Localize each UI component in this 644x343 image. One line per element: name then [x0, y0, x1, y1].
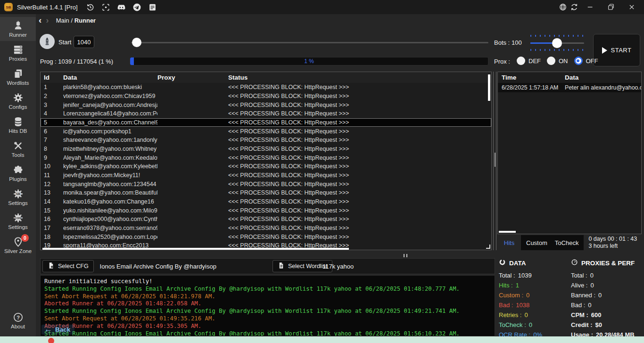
- cell-data: Aleyah_Marie@yahoo.com:Keedalov: [63, 155, 157, 161]
- start-label: Start :: [58, 39, 75, 46]
- sidebar-item-plugins[interactable]: Plugins: [0, 161, 36, 185]
- sidebar-item-wordlists[interactable]: Wordlists: [0, 65, 36, 89]
- gear-sb-icon: SB: [12, 188, 24, 199]
- nav-forward-icon[interactable]: ›: [46, 16, 49, 24]
- select-cfg-button[interactable]: Select CFG: [42, 260, 94, 272]
- radio-icon[interactable]: [574, 57, 583, 65]
- stat-value: 0: [590, 272, 594, 279]
- start-input[interactable]: [74, 36, 94, 48]
- table-row[interactable]: 7shareevance@yahoo.com:1andonly<<< PROCE…: [41, 136, 491, 145]
- prox-radio-on[interactable]: ON: [547, 57, 568, 65]
- sidebar-item-settings[interactable]: SBSettings: [0, 185, 36, 209]
- servers-icon: [12, 44, 24, 55]
- table-row[interactable]: 1plarkin58@yahoo.com:blueski<<< PROCESSI…: [41, 83, 491, 92]
- stat-label: Total :: [571, 272, 587, 279]
- back-button[interactable]: ← Back: [41, 325, 74, 335]
- sidebar-item-tools[interactable]: Tools: [0, 137, 36, 161]
- puzzle-icon: [12, 164, 24, 175]
- sidebar-item-configs[interactable]: Configs: [0, 89, 36, 113]
- table-row[interactable]: 8mizettwhitney@yahoo.com:Whitney<<< PROC…: [41, 145, 491, 154]
- radio-icon[interactable]: [547, 57, 555, 65]
- table-row[interactable]: 9Aleyah_Marie@yahoo.com:Keedalov<<< PROC…: [41, 153, 491, 162]
- slider-thumb[interactable]: [552, 38, 562, 48]
- start-position-slider[interactable]: [131, 42, 488, 43]
- cell-status: <<< PROCESSING BLOCK: HttpRequest >>>: [228, 181, 491, 188]
- sidebar-item-hits-db[interactable]: Hits DB: [0, 113, 36, 137]
- table-row[interactable]: 12tangsanglmb@yahoo.com:1234544<<< PROCE…: [41, 180, 491, 188]
- notes-icon[interactable]: [148, 2, 157, 12]
- history-icon[interactable]: [85, 2, 95, 12]
- table-row[interactable]: 15yuko.nishitanilee@yahoo.com:Milo9<<< P…: [41, 206, 491, 215]
- tab-tocheck[interactable]: ToCheck: [555, 239, 579, 246]
- select-cfg-label: Select CFG: [58, 263, 89, 270]
- elapsed-time: 0 days 00 : 01 : 43: [588, 236, 637, 243]
- capture-icon[interactable]: [101, 2, 111, 12]
- table-row[interactable]: 13monika.spear@yahoo.com:Beautiful<<< PR…: [41, 188, 491, 197]
- table-row[interactable]: 17eserrano9378@yahoo.com:serrano9<<< PRO…: [41, 224, 491, 233]
- table-row[interactable]: 11joevfr@yahoo.com:Mickey11!<<< PROCESSI…: [41, 171, 491, 180]
- start-button[interactable]: START: [593, 34, 640, 66]
- sidebar-item-runner[interactable]: Runner: [0, 17, 36, 41]
- table-row[interactable]: 18lopezmelissa2520@yahoo.com:Lope<<< PRO…: [41, 232, 491, 241]
- column-header-time: Time: [502, 74, 565, 81]
- table-row[interactable]: 16cynthiajlopez000@yahoo.com:Cynth<<< PR…: [41, 215, 491, 224]
- breadcrumb-section: Main /: [56, 17, 74, 24]
- stat-value: 0: [529, 321, 532, 328]
- sidebar-item-silver-zone[interactable]: 0Silver Zone: [0, 233, 36, 257]
- cell-id: 13: [44, 189, 63, 196]
- table-row[interactable]: 2vterronez@yahoo.com:Chicav1959<<< PROCE…: [41, 92, 491, 101]
- column-header-proxy: Proxy: [157, 74, 228, 81]
- stat-total: Total :1039: [499, 270, 569, 280]
- sidebar-item-settings[interactable]: CORESettings: [0, 209, 36, 233]
- stat-label: Bad :: [571, 302, 585, 309]
- config-name: Ionos Email Archive Config By @hardyisop: [100, 263, 216, 270]
- prox-radio-def[interactable]: DEF: [517, 57, 541, 65]
- hit-row[interactable]: 6/28/2025 1:57:18 AMPeter alin alexandru…: [498, 83, 641, 92]
- table-row[interactable]: 10kylee_adkins@yahoo.com:Kyleebeth<<< PR…: [41, 162, 491, 171]
- vertical-scrollbar[interactable]: [488, 74, 490, 101]
- prox-radio-off[interactable]: OFF: [574, 57, 598, 65]
- stat-label: Custom :: [499, 292, 523, 299]
- radio-icon[interactable]: [517, 57, 525, 65]
- cell-data: shareevance@yahoo.com:1andonly: [63, 137, 157, 143]
- bots-slider[interactable]: [530, 42, 584, 44]
- cell-data: kylee_adkins@yahoo.com:Kyleebeth: [63, 163, 157, 170]
- discord-icon[interactable]: [116, 2, 126, 12]
- horizontal-scrollbar[interactable]: [42, 248, 349, 250]
- log-line: Started Running Config Ionos Email Archi…: [44, 286, 495, 293]
- map-pin-icon: 0: [12, 236, 24, 247]
- cell-id: 5: [44, 119, 63, 126]
- cell-id: 7: [44, 137, 63, 143]
- gear-core-icon: CORE: [12, 212, 24, 223]
- tab-custom[interactable]: Custom: [526, 239, 547, 246]
- log-line: Aborted Runner at 06/28/2025 01:49:35.30…: [44, 323, 495, 330]
- table-row[interactable]: 5bayaraa_des@yahoo.com:Channel9<<< PROCE…: [41, 118, 491, 127]
- sync-icon[interactable]: [569, 1, 580, 13]
- question-icon: ?: [12, 311, 24, 323]
- horizontal-splitter-grip[interactable]: [404, 254, 409, 257]
- cell-time: 6/28/2025 1:57:18 AM: [502, 84, 565, 91]
- close-icon[interactable]: [621, 1, 642, 13]
- hits-horizontal-scrollbar[interactable]: [499, 231, 516, 233]
- tab-hits[interactable]: Hits: [497, 239, 521, 246]
- globe-icon[interactable]: [557, 1, 569, 13]
- svg-text:SB: SB: [16, 192, 20, 195]
- sidebar-item-about[interactable]: ?About: [0, 309, 36, 333]
- stat-label: ToCheck :: [499, 321, 526, 328]
- telegram-icon[interactable]: [132, 2, 142, 12]
- vertical-splitter[interactable]: [493, 72, 496, 250]
- table-row[interactable]: 6ic@yahoo.com:porkshop1<<< PROCESSING BL…: [41, 127, 491, 136]
- table-row[interactable]: 3jenifer_caneja@yahoo.com:Andresja<<< PR…: [41, 100, 491, 109]
- slider-thumb[interactable]: [132, 38, 141, 47]
- log-line: Sent Abort Request at 06/28/2025 01:49:3…: [44, 315, 495, 323]
- table-row[interactable]: 4Lorenzoangelica614@yahoo.com:Pc<<< PROC…: [41, 109, 491, 118]
- remaining-time: 3 hours left: [588, 243, 637, 250]
- minimize-icon[interactable]: [580, 1, 601, 13]
- table-row[interactable]: 14katekuo16@yahoo.com:Change16<<< PROCES…: [41, 197, 491, 206]
- restore-icon[interactable]: [601, 1, 621, 13]
- breadcrumb-path: Main / Runner: [56, 17, 96, 24]
- resize-grip-icon[interactable]: [486, 245, 490, 249]
- slider-ticks: [530, 49, 584, 51]
- nav-back-icon[interactable]: ‹: [39, 16, 41, 24]
- sidebar-item-proxies[interactable]: Proxies: [0, 41, 36, 65]
